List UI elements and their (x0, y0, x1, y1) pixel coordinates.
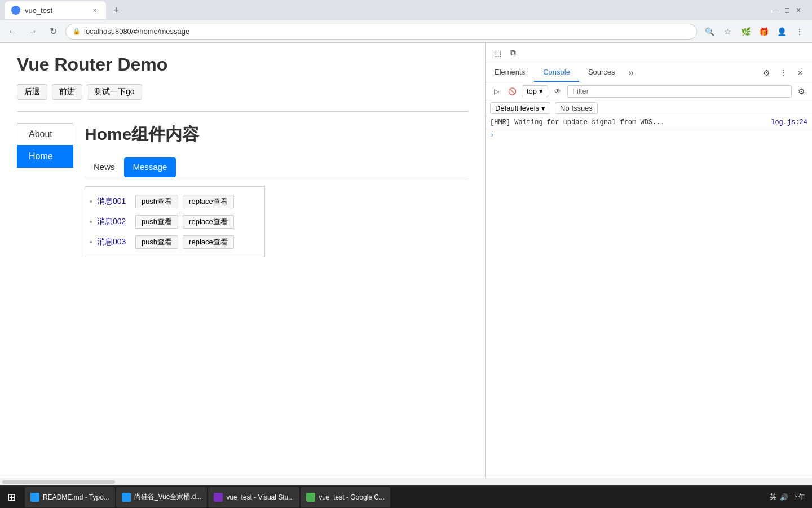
close-window-button[interactable]: × (794, 6, 803, 15)
search-icon[interactable]: 🔍 (701, 24, 717, 40)
tab-message[interactable]: Message (124, 157, 176, 177)
go-router-button[interactable]: 测试一下go (87, 84, 142, 100)
tab-close-button[interactable]: × (90, 6, 99, 15)
tab-console[interactable]: Console (534, 63, 579, 82)
sidebar-item-about[interactable]: About (17, 123, 73, 145)
nav-icons: 🔍 ☆ 🌿 🎁 👤 ⋮ (701, 24, 807, 40)
taskbar-time: 下午 (792, 492, 805, 502)
message-link-3[interactable]: 消息003 (97, 237, 131, 247)
system-tray: 🔊 (780, 493, 788, 501)
tab-sources[interactable]: Sources (579, 63, 624, 82)
address-text: localhost:8080/#/home/message (84, 27, 189, 36)
profile-icon[interactable]: 👤 (774, 24, 789, 40)
push-button-1[interactable]: push查看 (135, 195, 178, 208)
devtools-panel: ⬚ ⧉ Elements Console Sources » ⚙ ⋮ × ▷ 🚫… (485, 43, 812, 478)
extension-icon-2[interactable]: 🎁 (756, 24, 771, 40)
bullet-2: • (90, 217, 92, 226)
replace-button-3[interactable]: replace查看 (183, 235, 234, 249)
top-selector[interactable]: top ▾ (522, 85, 548, 97)
tab-news[interactable]: News (85, 157, 124, 177)
minimize-button[interactable]: — (771, 6, 780, 15)
bullet-3: • (90, 238, 92, 247)
refresh-button[interactable]: ↻ (45, 24, 61, 40)
console-block-icon[interactable]: 🚫 (506, 85, 518, 98)
taskbar-item-2[interactable]: vue_test - Visual Stu... (208, 487, 299, 507)
extension-icon-1[interactable]: 🌿 (738, 24, 753, 40)
console-filter-settings-icon[interactable]: ⚙ (795, 85, 807, 98)
tab-title: vue_test (25, 6, 86, 15)
more-tabs-icon[interactable]: » (624, 63, 638, 82)
browser-viewport: Vue Router Demo 后退 前进 测试一下go About Home … (0, 43, 485, 478)
browser-tab[interactable]: vue_test × (5, 1, 106, 19)
levels-label: Default levels (495, 104, 539, 112)
nav-buttons: 后退 前进 测试一下go (17, 84, 468, 100)
replace-button-1[interactable]: replace查看 (183, 195, 234, 208)
console-log-text: [HMR] Waiting for update signal from WDS… (490, 119, 771, 126)
devtools-close-icon[interactable]: × (793, 65, 807, 80)
sidebar-item-home[interactable]: Home (17, 145, 73, 168)
bookmark-icon[interactable]: ☆ (720, 24, 735, 40)
message-list: • 消息001 push查看 replace查看 • 消息002 push查看 … (85, 186, 265, 257)
console-levels: Default levels ▾ No Issues (486, 100, 812, 116)
address-bar[interactable]: 🔒 localhost:8080/#/home/message (65, 24, 697, 40)
list-item: • 消息001 push查看 replace查看 (90, 191, 260, 212)
taskbar-item-1[interactable]: 尚硅谷_Vue全家桶.d... (116, 487, 208, 507)
taskbar-label-3: vue_test - Google C... (319, 493, 385, 501)
devtools-toolbar: ⬚ ⧉ (486, 43, 812, 63)
console-toolbar: ▷ 🚫 top ▾ 👁 ⚙ (486, 82, 812, 100)
divider (17, 111, 468, 112)
taskbar-item-3[interactable]: vue_test - Google C... (301, 487, 390, 507)
forward-router-button[interactable]: 前进 (52, 84, 82, 100)
devtools-tab-actions: ⚙ ⋮ × (754, 65, 812, 80)
home-title: Home组件内容 (85, 123, 468, 146)
devtools-tabs: Elements Console Sources » ⚙ ⋮ × (486, 63, 812, 82)
taskbar-icon-3 (306, 493, 315, 502)
sidebar: About Home (17, 123, 73, 257)
tab-favicon (11, 6, 20, 15)
message-link-2[interactable]: 消息002 (97, 217, 131, 227)
nav-bar: ← → ↻ 🔒 localhost:8080/#/home/message 🔍 … (0, 20, 812, 43)
devtools-settings-icon[interactable]: ⚙ (759, 65, 774, 80)
top-selector-label: top (527, 87, 537, 95)
console-eye-icon[interactable]: 👁 (551, 85, 564, 98)
console-expand-caret[interactable]: › (486, 129, 812, 142)
levels-selector[interactable]: Default levels ▾ (490, 102, 550, 114)
push-button-3[interactable]: push查看 (135, 235, 178, 249)
tab-elements[interactable]: Elements (486, 63, 534, 82)
ime-icon[interactable]: 英 (770, 492, 776, 502)
push-button-2[interactable]: push查看 (135, 215, 178, 229)
main-area: Vue Router Demo 后退 前进 测试一下go About Home … (0, 43, 812, 478)
message-link-1[interactable]: 消息001 (97, 196, 131, 207)
address-lock-icon: 🔒 (73, 28, 81, 35)
taskbar-label-2: vue_test - Visual Stu... (226, 493, 294, 501)
taskbar-item-0[interactable]: README.md - Typo... (25, 487, 115, 507)
list-item: • 消息002 push查看 replace查看 (90, 212, 260, 232)
bullet-1: • (90, 197, 92, 206)
device-toolbar-icon[interactable]: ⧉ (506, 46, 520, 60)
taskbar-tray: 英 🔊 下午 (763, 492, 812, 502)
console-play-icon[interactable]: ▷ (490, 85, 502, 98)
taskbar-items: README.md - Typo... 尚硅谷_Vue全家桶.d... vue_… (23, 487, 763, 507)
console-filter-input[interactable] (567, 85, 792, 98)
console-log-source[interactable]: log.js:24 (771, 119, 807, 126)
forward-button[interactable]: → (25, 24, 41, 40)
taskbar: ⊞ README.md - Typo... 尚硅谷_Vue全家桶.d... vu… (0, 485, 812, 508)
maximize-button[interactable]: ◻ (783, 6, 792, 15)
router-layout: About Home Home组件内容 News Message • 消息001… (17, 123, 468, 257)
taskbar-icon-2 (214, 493, 223, 502)
taskbar-icon-0 (30, 493, 39, 502)
more-menu-icon[interactable]: ⋮ (792, 24, 807, 40)
new-tab-button[interactable]: + (108, 2, 124, 18)
devtools-more-icon[interactable]: ⋮ (776, 65, 791, 80)
back-button[interactable]: ← (5, 24, 20, 40)
taskbar-label-0: README.md - Typo... (43, 493, 109, 501)
title-bar: vue_test × + — ◻ × (0, 0, 812, 20)
replace-button-2[interactable]: replace查看 (183, 215, 234, 229)
horizontal-scrollbar[interactable] (2, 480, 115, 484)
inspect-element-icon[interactable]: ⬚ (490, 46, 505, 60)
back-router-button[interactable]: 后退 (17, 84, 47, 100)
start-button[interactable]: ⊞ (0, 486, 23, 508)
console-output: [HMR] Waiting for update signal from WDS… (486, 116, 812, 478)
sub-tabs: News Message (85, 157, 468, 177)
list-item: • 消息003 push查看 replace查看 (90, 232, 260, 252)
